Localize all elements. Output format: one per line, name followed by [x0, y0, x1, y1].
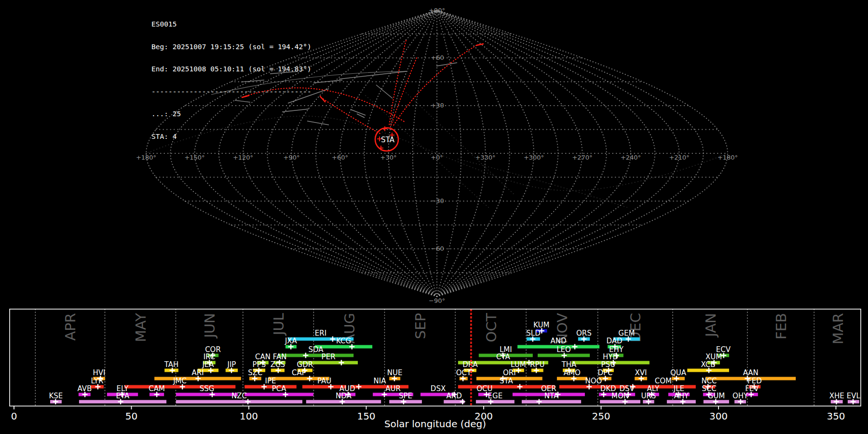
grid-meridian	[243, 10, 437, 297]
shower-trails: STA	[242, 41, 483, 151]
shower-XHE: XHE	[829, 392, 844, 405]
shower-code-label: SSG	[200, 384, 215, 393]
shower-code-label: XVI	[635, 368, 647, 377]
month-label: FEB	[773, 313, 789, 339]
month-label: SEP	[412, 313, 429, 339]
shower-code-label: EVL	[847, 392, 861, 400]
shower-SZC: SZC	[248, 368, 262, 381]
shower-code-label: KSE	[49, 392, 63, 400]
axis-tick-label: 100	[240, 410, 258, 422]
shower-code-label: GUM	[708, 392, 725, 400]
shower-code-label: LUM	[511, 360, 526, 369]
grid-meridian	[364, 10, 437, 297]
month-label: MAY	[133, 313, 149, 342]
shower-code-label: ERI	[315, 329, 326, 338]
sky-grid	[146, 10, 728, 297]
activity-bar	[559, 385, 628, 389]
month-label: MAR	[830, 313, 846, 344]
grid-meridian	[437, 10, 655, 297]
shower-code-label: XHE	[829, 392, 844, 400]
shower-code-label: ZCS	[271, 360, 285, 369]
shower-code-label: ORS	[576, 329, 592, 338]
axis-tick-label: 300	[709, 410, 728, 422]
shower-trail	[389, 41, 406, 125]
shower-code-label: NTA	[544, 392, 559, 400]
meteor-station-plot: ES0015 Beg: 20251007 19:15:25 (sol = 194…	[0, 0, 868, 434]
activity-bar	[244, 385, 297, 389]
ra-label: +180°	[718, 154, 738, 161]
shower-LYR: LYR	[91, 377, 104, 390]
shower-NDA: NDA	[306, 392, 381, 405]
shower-code-label: AND	[551, 337, 567, 345]
ra-label: +150°	[184, 154, 204, 161]
shower-SLD: SLD	[526, 329, 540, 342]
sky-map: +180°+150°+120°+90°+60°+30°+0°+330°+300°…	[0, 0, 868, 305]
shower-code-label: HVI	[93, 368, 106, 377]
month-label: JUN	[202, 313, 218, 339]
activity-bar	[631, 385, 696, 389]
shower-code-label: TAH	[164, 360, 179, 369]
ra-label: +60°	[332, 154, 348, 161]
shower-code-label: JIP	[227, 360, 236, 369]
shower-code-label: NIA	[374, 377, 387, 385]
dec-label: −30	[431, 197, 444, 204]
axis-tick-label: 350	[827, 410, 845, 422]
sky-grid-labels: +180°+150°+120°+90°+60°+30°+0°+330°+300°…	[136, 7, 738, 304]
faint-reference-line	[406, 93, 514, 194]
shower-code-label: PSU	[601, 360, 616, 369]
current-sol-cursor	[471, 309, 472, 406]
shower-URS: URS	[641, 392, 656, 405]
shower-code-label: CAP	[292, 368, 306, 377]
shower-JXA: JXA	[285, 337, 298, 350]
shower-code-label: DAD	[606, 337, 622, 345]
shower-XVI: XVI	[635, 368, 647, 381]
ra-label: +270°	[572, 154, 592, 161]
activity-bar	[278, 354, 353, 357]
shower-code-label: JXA	[285, 337, 298, 345]
dec-label: +60	[431, 54, 444, 61]
shower-code-label: AVB	[77, 384, 92, 393]
shower-ZCS: ZCS	[271, 360, 285, 373]
month-label: JAN	[703, 313, 719, 338]
shower-trail-head	[242, 95, 249, 97]
ra-label: +30°	[380, 154, 397, 161]
shower-AVB: AVB	[77, 384, 92, 397]
axis-tick-label: 250	[592, 410, 610, 422]
activity-bar	[476, 400, 515, 404]
shower-JIP: JIP	[226, 360, 238, 373]
grid-meridian	[437, 10, 510, 297]
shower-code-label: LYR	[91, 377, 103, 385]
faint-reference-line	[458, 159, 627, 207]
shower-code-label: GDR	[297, 360, 313, 369]
shower-CAM: CAM	[149, 384, 165, 397]
shower-group: KSEETANZCNDASPEARDEGENTAMONURSAHYGUMOHYX…	[49, 392, 861, 405]
grid-meridian	[170, 10, 437, 297]
activity-bar	[244, 393, 313, 396]
shower-code-label: QUA	[670, 368, 687, 377]
shower-code-label: ORI	[503, 368, 516, 377]
sporadic-trails	[211, 63, 457, 125]
shower-GUM: GUM	[704, 392, 729, 405]
shower-TAH: TAH	[164, 360, 179, 373]
shower-code-label: RPU	[530, 360, 544, 369]
shower-code-label: THA	[561, 360, 577, 369]
shower-code-label: AMO	[564, 368, 581, 377]
shower-code-label: PCA	[272, 384, 287, 393]
dec-label: −60	[431, 245, 444, 252]
month-label: APR	[62, 313, 79, 340]
meteor-trail	[307, 121, 329, 125]
shower-code-label: STA	[500, 377, 514, 385]
axis-tick-label: 50	[125, 410, 137, 422]
shower-code-label: AAN	[743, 368, 759, 377]
activity-timeline-chart: APRMAYJUNJULAUGSEPOCTNOVDECJANFEBMARKUME…	[0, 305, 868, 434]
shower-code-label: DPC	[597, 368, 612, 377]
shower-code-label: DSX	[431, 384, 446, 393]
ra-label: +120°	[233, 154, 253, 161]
shower-ORS: ORS	[576, 329, 592, 342]
shower-EVL: EVL	[847, 392, 861, 405]
shower-code-label: NOO	[585, 377, 602, 385]
month-label: JUL	[271, 313, 287, 336]
shower-code-label: JEA	[202, 360, 214, 369]
shower-code-label: NZC	[231, 392, 247, 400]
shower-code-label: PER	[322, 353, 336, 361]
